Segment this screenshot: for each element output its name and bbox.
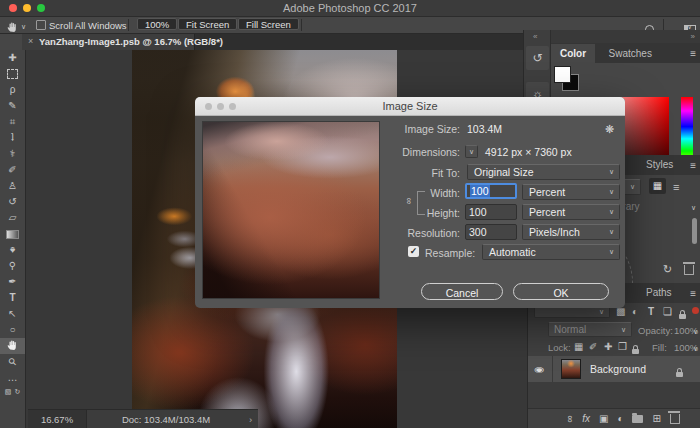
lasso-tool[interactable]: ρ	[0, 82, 25, 98]
scroll-all-windows-checkbox[interactable]	[36, 20, 46, 30]
resample-checkbox[interactable]: ✓	[408, 246, 419, 257]
lock-artboard-icon[interactable]: ❐	[618, 342, 627, 352]
tab-styles[interactable]: Styles	[646, 155, 673, 175]
lock-all-icon[interactable]	[632, 349, 639, 354]
titlebar: Adobe Photoshop CC 2017	[0, 0, 700, 17]
tab-paths[interactable]: Paths	[646, 283, 672, 303]
adjustment-layer-icon[interactable]: ◐	[617, 414, 623, 424]
resolution-label: Resolution:	[315, 227, 460, 239]
edit-toolbar-button[interactable]: …	[0, 370, 25, 386]
zoom-tool[interactable]: ⚲	[0, 354, 25, 370]
pen-icon: ✒	[8, 277, 16, 287]
chevron-down-icon[interactable]: ∨	[691, 204, 696, 211]
separator	[301, 19, 302, 31]
tab-swatches[interactable]: Swatches	[600, 44, 661, 64]
eyedropper-tool[interactable]: ʇ	[0, 130, 25, 146]
rotate-view-icon[interactable]: ↻	[14, 388, 20, 395]
image-size-value: 103.4M	[467, 123, 502, 135]
layer-row-background[interactable]: ◉ Background	[528, 356, 700, 382]
marquee-tool[interactable]	[0, 66, 25, 82]
move-tool[interactable]: ✚	[0, 50, 25, 66]
list-view-icon[interactable]: ≡	[673, 182, 679, 193]
layers-empty-area	[528, 382, 700, 408]
resample-select[interactable]: Automatic ∨	[482, 244, 620, 260]
height-input[interactable]: 100	[465, 204, 517, 220]
filter-type-icon[interactable]: T	[648, 307, 654, 317]
fit-to-select[interactable]: Original Size ∨	[467, 164, 620, 180]
lock-row: Lock: ▦ ✐ ✚ ❐ Fill: 100% ∨	[528, 339, 700, 356]
resolution-input[interactable]: 300	[465, 224, 517, 240]
fit-screen-button[interactable]: Fit Screen	[178, 18, 237, 30]
dimensions-unit-button[interactable]: ∨	[465, 145, 478, 158]
blur-tool[interactable]: ♠	[0, 242, 25, 258]
filter-shape-icon[interactable]: ❏	[663, 307, 672, 317]
status-chevron-icon[interactable]: ›	[249, 410, 252, 428]
spot-healing-tool[interactable]: ⚕	[0, 146, 25, 162]
history-brush-tool[interactable]: ↺	[0, 194, 25, 210]
layer-visibility-eye-icon[interactable]: ◉	[534, 366, 544, 375]
path-selection-tool[interactable]: ↖	[0, 306, 25, 322]
quick-selection-tool[interactable]: ✎	[0, 98, 25, 114]
delete-layer-icon[interactable]	[670, 414, 680, 424]
width-unit-select[interactable]: Percent ∨	[522, 184, 620, 200]
panel-menu-icon[interactable]: ≡	[690, 49, 696, 59]
chevron-down-icon[interactable]: ∨	[693, 328, 698, 335]
gear-icon[interactable]: ❋	[605, 124, 614, 135]
tool-preset-chevron-icon[interactable]: ∨	[21, 23, 26, 30]
quick-mask-icon[interactable]: ▧	[5, 388, 12, 395]
dialog-titlebar[interactable]: Image Size	[195, 97, 625, 116]
crop-tool[interactable]: ⌗	[0, 114, 25, 130]
dodge-tool[interactable]: ⚲	[0, 258, 25, 274]
scrollbar-thumb[interactable]	[692, 218, 697, 244]
panel-menu-icon[interactable]: ≡	[690, 289, 696, 299]
link-layers-icon[interactable]: ∞	[565, 415, 575, 422]
resolution-unit-select[interactable]: Pixels/Inch ∨	[522, 224, 620, 240]
color-panel-tabs: Color Swatches ≡	[551, 43, 700, 63]
layer-effects-icon[interactable]: fx	[582, 414, 590, 424]
lasso-icon: ρ	[10, 85, 16, 95]
width-input[interactable]: 100	[465, 183, 517, 199]
lock-transparency-icon[interactable]: ▦	[574, 342, 583, 352]
hand-icon	[6, 337, 19, 355]
expand-dock-icon[interactable]: «	[533, 32, 537, 41]
panel-foreground-swatch[interactable]	[554, 66, 571, 83]
zoom-100-button[interactable]: 100%	[137, 18, 177, 30]
lock-position-icon[interactable]: ✚	[604, 342, 612, 352]
ok-button[interactable]: OK	[513, 283, 609, 300]
document-tab[interactable]: × YanZhang-Image1.psb @ 16.7% (RGB/8*)	[22, 34, 195, 50]
chevron-down-icon[interactable]: ∨	[693, 345, 698, 352]
shape-tool[interactable]: ○	[0, 322, 25, 338]
trash-icon[interactable]	[684, 265, 694, 275]
filter-adjustment-icon[interactable]: ◐	[632, 307, 638, 317]
workspace-chevron-icon[interactable]: ∨	[687, 23, 692, 30]
close-tab-icon[interactable]: ×	[28, 36, 33, 46]
zoom-level-field[interactable]: 16.67%	[28, 410, 87, 428]
new-layer-icon[interactable]: ⊞	[652, 414, 660, 424]
panel-menu-icon[interactable]: ≡	[690, 161, 696, 171]
blend-mode-select[interactable]: Normal ∨	[548, 322, 632, 337]
sync-icon[interactable]: ↻	[663, 264, 672, 275]
tab-color[interactable]: Color	[551, 44, 595, 64]
new-group-icon[interactable]	[632, 415, 643, 423]
layer-mask-icon[interactable]: ▣	[599, 414, 608, 424]
filter-toggle-icon[interactable]	[692, 307, 699, 314]
gradient-tool[interactable]	[0, 226, 25, 242]
clone-stamp-tool[interactable]: ♙	[0, 178, 25, 194]
type-tool[interactable]: T	[0, 290, 25, 306]
layer-name[interactable]: Background	[590, 363, 646, 375]
hand-tool[interactable]	[0, 338, 25, 354]
grid-view-button[interactable]: ▦	[649, 178, 666, 194]
height-unit-select[interactable]: Percent ∨	[522, 204, 620, 220]
brush-tool[interactable]: ✐	[0, 162, 25, 178]
pen-tool[interactable]: ✒	[0, 274, 25, 290]
filter-smartobject-lock-icon[interactable]	[679, 314, 686, 319]
move-icon: ✚	[8, 53, 16, 63]
cancel-button[interactable]: Cancel	[421, 283, 503, 300]
eraser-tool[interactable]: ▱	[0, 210, 25, 226]
collapse-dock-icon[interactable]: »	[691, 32, 695, 41]
layer-thumbnail[interactable]	[561, 359, 581, 379]
filter-pixel-icon[interactable]: ▩	[616, 307, 625, 317]
fill-screen-button[interactable]: Fill Screen	[238, 18, 299, 30]
lock-pixels-icon[interactable]: ✐	[589, 342, 597, 352]
history-panel-button[interactable]: ↺	[526, 46, 549, 70]
